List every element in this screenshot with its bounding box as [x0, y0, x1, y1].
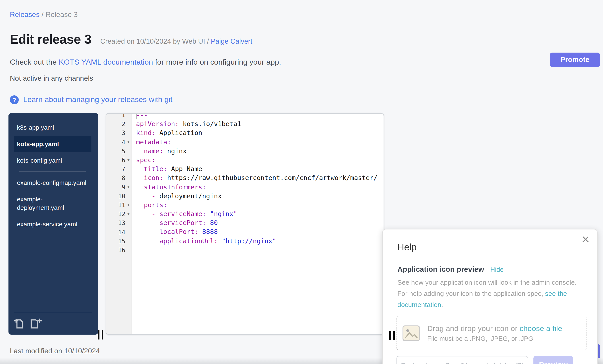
code-line: title: App Name — [132, 165, 383, 173]
close-icon[interactable]: ✕ — [581, 234, 590, 245]
line-number: 15 — [118, 237, 125, 244]
doc-hint-line: Check out the KOTS YAML documentation fo… — [10, 58, 281, 67]
code-line: - deployment/nginx — [132, 191, 383, 200]
fold-arrow-icon[interactable]: ▼ — [125, 185, 132, 189]
add-file-icon[interactable] — [14, 317, 24, 329]
icon-dropzone[interactable]: Drag and drop your icon or choose a file… — [396, 316, 587, 350]
image-placeholder-icon — [402, 325, 420, 341]
text-cursor — [137, 114, 137, 119]
dropzone-filetypes: File must be a .PNG, .JPEG, or .JPG — [427, 335, 562, 342]
file-tree-item[interactable]: kots-app.yaml — [14, 136, 92, 152]
sidebar-bottom — [9, 308, 98, 335]
icon-url-input[interactable] — [396, 356, 528, 364]
breadcrumb-current: Release 3 — [46, 11, 78, 18]
file-tree-item[interactable]: example-configmap.yaml — [14, 175, 92, 191]
file-tree-item[interactable]: example-service.yaml — [14, 216, 92, 232]
file-tree-divider — [19, 172, 86, 172]
code-line: metadata: — [132, 137, 383, 146]
created-by-link[interactable]: Paige Calvert — [211, 37, 252, 45]
code-line — [132, 245, 383, 254]
file-tree-item[interactable]: kots-config.yaml — [14, 152, 92, 169]
help-panel-title: Help — [397, 242, 417, 253]
line-number: 7 — [122, 165, 125, 172]
line-number: 16 — [118, 246, 125, 254]
icon-preview-description: See how your application icon will look … — [397, 277, 587, 310]
preview-button[interactable]: Preview — [533, 356, 573, 364]
fold-arrow-icon[interactable]: ▼ — [125, 203, 132, 207]
line-number: 8 — [122, 175, 125, 182]
file-tree-item[interactable]: k8s-app.yaml — [14, 119, 92, 136]
code-line: icon: https://raw.githubusercontent.com/… — [132, 174, 383, 182]
page-title: Edit release 3 — [10, 32, 92, 47]
line-number: 11 — [118, 201, 125, 209]
code-line: servicePort: 80 — [132, 219, 383, 227]
fold-arrow-icon[interactable]: ▼ — [125, 140, 132, 144]
code-line: apiVersion: kots.io/v1beta1 — [132, 119, 383, 128]
line-number: 2 — [122, 121, 125, 128]
code-line: kind: Application — [132, 129, 383, 137]
promote-button[interactable]: Promote — [550, 53, 600, 67]
editor-gutter: 1234▼56▼789▼1011▼12▼13141516 — [106, 114, 132, 334]
code-line: localPort: 8888 — [132, 227, 383, 236]
question-circle-icon: ? — [10, 95, 19, 104]
code-line: applicationUrl: "http://nginx" — [132, 236, 383, 245]
code-line: ports: — [132, 200, 383, 210]
yaml-editor[interactable]: 1234▼56▼789▼1011▼12▼13141516 ---apiVersi… — [106, 113, 384, 335]
channel-status: Not active in any channels — [10, 74, 93, 82]
line-number: 9 — [122, 183, 125, 190]
line-number: 10 — [118, 192, 125, 199]
code-line: --- — [132, 114, 383, 119]
fold-arrow-icon[interactable]: ▼ — [125, 212, 132, 216]
editor-code-area[interactable]: ---apiVersion: kots.io/v1beta1kind: Appl… — [132, 114, 383, 334]
sidebar-bottom-divider — [14, 312, 92, 312]
line-number: 3 — [122, 129, 125, 137]
code-line: statusInformers: — [132, 182, 383, 191]
panel-resize-handle[interactable] — [389, 331, 395, 340]
breadcrumb: Releases / Release 3 — [10, 11, 78, 19]
file-tree-sidebar: k8s-app.yamlkots-app.yamlkots-config.yam… — [9, 113, 98, 335]
code-line: - serviceName: "nginx" — [132, 210, 383, 218]
kots-yaml-doc-link[interactable]: KOTS YAML documentation — [59, 58, 153, 66]
fold-arrow-icon[interactable]: ▼ — [125, 158, 132, 162]
title-row: Edit release 3 Created on 10/10/2024 by … — [10, 32, 252, 47]
line-number: 4 — [122, 138, 125, 145]
last-modified-text: Last modified on 10/10/2024 — [10, 347, 100, 355]
main-area: k8s-app.yamlkots-app.yamlkots-config.yam… — [0, 113, 603, 335]
line-number: 5 — [122, 147, 125, 154]
file-list: k8s-app.yamlkots-app.yamlkots-config.yam… — [9, 113, 98, 232]
breadcrumb-releases-link[interactable]: Releases — [10, 11, 39, 18]
choose-file-link[interactable]: choose a file — [520, 324, 562, 333]
git-releases-link[interactable]: Learn about managing your releases with … — [23, 95, 172, 104]
created-info: Created on 10/10/2024 by Web UI / Paige … — [100, 37, 253, 45]
tree-editor-resize-handle[interactable] — [98, 330, 103, 340]
file-tree-item[interactable]: example-deployment.yaml — [14, 191, 92, 216]
code-line: name: nginx — [132, 147, 383, 155]
breadcrumb-separator: / — [39, 11, 46, 18]
line-number: 6 — [122, 156, 125, 164]
line-number: 12 — [118, 210, 125, 217]
add-folder-icon[interactable] — [30, 317, 43, 329]
line-number: 1 — [122, 114, 125, 119]
hide-link[interactable]: Hide — [490, 266, 504, 273]
git-help-row: ? Learn about managing your releases wit… — [10, 95, 172, 104]
icon-preview-section-title: Application icon preview — [397, 265, 484, 274]
line-number: 13 — [118, 220, 125, 227]
help-panel: ✕ Help Application icon preview Hide See… — [382, 229, 598, 364]
code-line: spec: — [132, 155, 383, 165]
page-background: Releases / Release 3 Edit release 3 Crea… — [0, 0, 603, 364]
dropzone-text: Drag and drop your icon or choose a file — [427, 324, 562, 333]
line-number: 14 — [118, 228, 125, 235]
